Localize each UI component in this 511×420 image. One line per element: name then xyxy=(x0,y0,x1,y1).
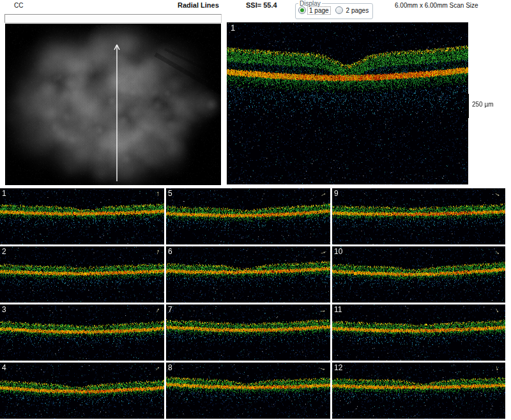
eye-label: CC xyxy=(14,2,23,9)
scan-number-label: 1 xyxy=(2,190,6,197)
oct-thumbnail-image xyxy=(166,304,330,361)
oct-thumbnail-panel[interactable]: 11→ xyxy=(332,304,505,361)
radio-button-icon[interactable] xyxy=(335,6,343,14)
oct-thumbnail-image xyxy=(0,304,164,361)
oct-thumbnail-panel[interactable]: 5→ xyxy=(166,188,330,244)
scan-number-label: 5 xyxy=(168,190,172,197)
oct-thumbnail-image xyxy=(0,363,164,419)
oct-thumbnail-panel[interactable]: 2→ xyxy=(0,246,164,303)
main-oct-scan-panel[interactable]: 1 xyxy=(227,22,468,184)
oct-thumbnail-panel[interactable]: 4→ xyxy=(0,363,164,419)
scan-type-title: Radial Lines xyxy=(178,1,219,9)
scan-number-label: 9 xyxy=(334,190,339,197)
oct-thumbnail-image xyxy=(0,246,164,303)
scan-direction-arrow-icon: → xyxy=(319,306,326,313)
oct-viewer-window: CC Radial Lines SSI= 55.4 Display 1 page… xyxy=(0,0,511,420)
oct-thumbnail-panel[interactable]: 12→ xyxy=(332,363,505,419)
scale-bar-label: 250 µm xyxy=(472,101,494,108)
scan-number-label: 10 xyxy=(334,248,342,255)
radio-button-icon[interactable] xyxy=(298,6,306,14)
oct-thumbnail-image xyxy=(0,188,164,244)
oct-thumbnail-panel[interactable]: 1→ xyxy=(0,188,164,244)
oct-thumbnail-image xyxy=(332,363,505,419)
display-radio-row: 1 page 2 pages xyxy=(298,6,370,14)
scan-number-label: 3 xyxy=(2,306,6,313)
scan-number-label: 8 xyxy=(168,364,172,371)
oct-thumbnail-panel[interactable]: 10→ xyxy=(332,246,505,303)
oct-thumbnail-image xyxy=(332,304,505,361)
scan-number-label: 4 xyxy=(2,364,6,371)
oct-thumbnail-image xyxy=(166,363,330,419)
oct-thumbnail-image xyxy=(166,246,330,303)
ssi-value-label: SSI= 55.4 xyxy=(246,1,277,9)
scan-number-label: 7 xyxy=(168,306,172,313)
fundus-image-panel[interactable] xyxy=(5,24,221,185)
scan-number-label: 11 xyxy=(334,306,342,313)
scan-direction-arrow-icon: → xyxy=(153,190,160,197)
oct-thumbnail-image xyxy=(332,188,505,244)
radio-1-page-label[interactable]: 1 page xyxy=(308,7,330,14)
radio-2-pages[interactable]: 2 pages xyxy=(335,6,370,14)
oct-thumbnail-image xyxy=(166,188,330,244)
fundus-toolbar-strip xyxy=(4,14,222,23)
scale-bar xyxy=(466,94,469,118)
main-oct-scan-image[interactable] xyxy=(227,22,468,184)
radio-1-page[interactable]: 1 page xyxy=(298,6,330,14)
oct-thumbnail-panel[interactable]: 7→ xyxy=(166,304,330,361)
scan-number-label: 6 xyxy=(168,248,172,255)
oct-thumbnail-image xyxy=(332,246,505,303)
oct-thumbnail-panel[interactable]: 3→ xyxy=(0,304,164,361)
oct-thumbnail-panel[interactable]: 9→ xyxy=(332,188,505,244)
scan-number-label: 2 xyxy=(2,248,6,255)
main-scan-number-label: 1 xyxy=(231,24,235,32)
scan-number-label: 12 xyxy=(334,364,342,371)
scan-size-label: 6.00mm x 6.00mm Scan Size xyxy=(395,2,478,9)
fundus-image[interactable] xyxy=(5,24,221,185)
display-options-group: Display 1 page 2 pages xyxy=(295,0,373,19)
oct-thumbnail-panel[interactable]: 8→ xyxy=(166,363,330,419)
radio-2-pages-label[interactable]: 2 pages xyxy=(345,7,370,14)
oct-thumbnail-panel[interactable]: 6→ xyxy=(166,246,330,303)
